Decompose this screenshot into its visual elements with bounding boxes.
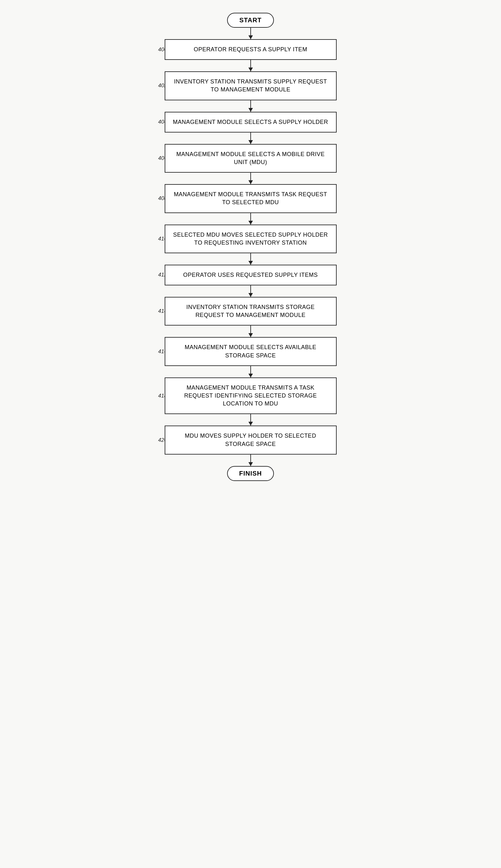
step-row-410: 410 SELECTED MDU MOVES SELECTED SUPPLY H…	[139, 225, 362, 253]
arrow-406-408	[250, 173, 251, 184]
arrow-412-414	[250, 286, 251, 297]
process-box-406: MANAGEMENT MODULE SELECTS A MOBILE DRIVE…	[165, 144, 337, 173]
process-box-404: MANAGEMENT MODULE SELECTS A SUPPLY HOLDE…	[165, 112, 337, 132]
arrow-start-400	[250, 28, 251, 39]
process-box-408: MANAGEMENT MODULE TRANSMITS TASK REQUEST…	[165, 184, 337, 213]
process-box-416: MANAGEMENT MODULE SELECTS AVAILABLE STOR…	[165, 337, 337, 366]
arrow-418-420	[250, 414, 251, 426]
step-row-400: 400 OPERATOR REQUESTS A SUPPLY ITEM	[139, 39, 362, 60]
process-box-418: MANAGEMENT MODULE TRANSMITS A TASK REQUE…	[165, 377, 337, 415]
finish-terminal: FINISH	[227, 466, 274, 481]
arrow-404-406	[250, 132, 251, 144]
arrow-408-410	[250, 213, 251, 225]
arrow-410-412	[250, 253, 251, 265]
step-row-414: 414 INVENTORY STATION TRANSMITS STORAGE …	[139, 297, 362, 325]
start-terminal: START	[227, 13, 274, 28]
arrow-416-418	[250, 366, 251, 377]
process-box-400: OPERATOR REQUESTS A SUPPLY ITEM	[165, 39, 337, 60]
process-box-410: SELECTED MDU MOVES SELECTED SUPPLY HOLDE…	[165, 225, 337, 253]
arrow-414-416	[250, 325, 251, 337]
step-row-408: 408 MANAGEMENT MODULE TRANSMITS TASK REQ…	[139, 184, 362, 213]
process-box-412: OPERATOR USES REQUESTED SUPPLY ITEMS	[165, 265, 337, 286]
step-row-420: 420 MDU MOVES SUPPLY HOLDER TO SELECTED …	[139, 426, 362, 454]
flowchart-container: START 400 OPERATOR REQUESTS A SUPPLY ITE…	[139, 13, 362, 481]
step-row-402: 402 INVENTORY STATION TRANSMITS SUPPLY R…	[139, 71, 362, 100]
process-box-420: MDU MOVES SUPPLY HOLDER TO SELECTED STOR…	[165, 426, 337, 454]
step-row-412: 412 OPERATOR USES REQUESTED SUPPLY ITEMS	[139, 265, 362, 286]
step-row-404: 404 MANAGEMENT MODULE SELECTS A SUPPLY H…	[139, 112, 362, 132]
step-row-406: 406 MANAGEMENT MODULE SELECTS A MOBILE D…	[139, 144, 362, 173]
process-box-414: INVENTORY STATION TRANSMITS STORAGE REQU…	[165, 297, 337, 325]
arrow-402-404	[250, 100, 251, 112]
step-row-418: 418 MANAGEMENT MODULE TRANSMITS A TASK R…	[139, 377, 362, 415]
process-box-402: INVENTORY STATION TRANSMITS SUPPLY REQUE…	[165, 71, 337, 100]
arrow-420-finish	[250, 454, 251, 466]
step-row-416: 416 MANAGEMENT MODULE SELECTS AVAILABLE …	[139, 337, 362, 366]
arrow-400-402	[250, 60, 251, 71]
